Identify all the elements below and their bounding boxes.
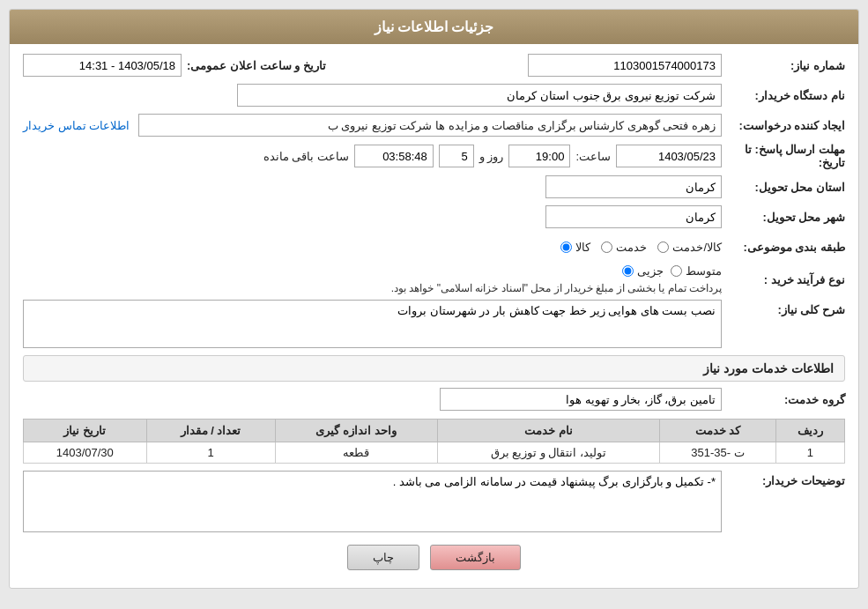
ijad-label: ایجاد کننده درخواست: bbox=[722, 119, 845, 132]
nooe-jozyi-label: جزیی bbox=[637, 264, 664, 278]
services-section-header: اطلاعات خدمات مورد نیاز bbox=[23, 355, 845, 382]
mohlat-roz-input[interactable] bbox=[439, 145, 474, 167]
ostan-tahvil-label: استان محل تحویل: bbox=[722, 181, 845, 194]
shahr-tahvil-input[interactable] bbox=[545, 205, 722, 228]
nooe-description: پرداخت تمام یا بخشی از مبلغ خریدار از مح… bbox=[391, 282, 722, 294]
nooe-motavasset-label: متوسط bbox=[686, 264, 722, 278]
services-table: ردیف کد خدمت نام خدمت واحد اندازه گیری ت… bbox=[23, 419, 845, 464]
col-radif: ردیف bbox=[775, 420, 844, 442]
page-header: جزئیات اطلاعات نیاز bbox=[10, 10, 858, 44]
group-khedmat-input[interactable] bbox=[440, 388, 722, 411]
col-kod: کد خدمت bbox=[660, 420, 776, 442]
nam-dastgah-input[interactable] bbox=[237, 84, 722, 107]
ijad-value: زهره فتحی گوهری کارشناس برگزاری مناقصات … bbox=[328, 119, 716, 132]
mohlat-date-input[interactable] bbox=[616, 145, 722, 167]
page-title: جزئیات اطلاعات نیاز bbox=[375, 19, 494, 34]
table-row: 1ت -35-351تولید، انتقال و توزیع برققطعه1… bbox=[24, 442, 845, 464]
mohlat-saat-label: ساعت: bbox=[575, 150, 611, 163]
mohlat-roz-label: روز و bbox=[479, 150, 504, 163]
tabaqe-khedmat-radio[interactable] bbox=[601, 241, 612, 253]
shomara-niaz-input[interactable] bbox=[528, 54, 722, 77]
tabaqe-kala-label: کالا bbox=[575, 241, 590, 254]
mohlat-baqi-input[interactable] bbox=[354, 145, 434, 167]
tabaqe-kala-khedmat-radio[interactable] bbox=[657, 241, 669, 253]
print-button[interactable]: چاپ bbox=[347, 545, 419, 570]
tarikh-label: تاریخ و ساعت اعلان عمومی: bbox=[187, 59, 326, 72]
tabaqe-khedmat-label: خدمت bbox=[616, 241, 647, 254]
mohlat-saat-input[interactable] bbox=[508, 145, 570, 167]
nooe-jozyi-radio[interactable] bbox=[622, 265, 634, 277]
col-nam: نام خدمت bbox=[437, 420, 659, 442]
ostan-tahvil-input[interactable] bbox=[545, 175, 722, 198]
shomara-niaz-label: شماره نیاز: bbox=[722, 59, 845, 72]
tabaqe-kala-radio[interactable] bbox=[560, 241, 572, 253]
tosihaat-label: توضیحات خریدار: bbox=[722, 471, 845, 487]
mohlat-baqi-label: ساعت باقی مانده bbox=[263, 150, 349, 163]
nam-dastgah-label: نام دستگاه خریدار: bbox=[722, 89, 845, 102]
col-tarikh: تاریخ نیاز bbox=[24, 420, 147, 442]
col-tedad: تعداد / مقدار bbox=[146, 420, 275, 442]
ettelaat-tamas-link[interactable]: اطلاعات تماس خریدار bbox=[23, 119, 130, 132]
sharh-label: شرح کلی نیاز: bbox=[722, 300, 845, 316]
back-button[interactable]: بازگشت bbox=[430, 545, 521, 570]
tabaqe-kala-khedmat-label: کالا/خدمت bbox=[672, 241, 722, 254]
group-khedmat-label: گروه خدمت: bbox=[722, 393, 845, 406]
tosihaat-textarea[interactable]: *- تکمیل و بارگزاری برگ پیشنهاد قیمت در … bbox=[23, 471, 722, 532]
tarikh-input[interactable] bbox=[23, 54, 182, 77]
col-vahed: واحد اندازه گیری bbox=[275, 420, 437, 442]
tabaqe-label: طبقه بندی موضوعی: bbox=[722, 241, 845, 254]
nooe-farayand-label: نوع فرآیند خرید : bbox=[722, 273, 845, 286]
nooe-motavasset-radio[interactable] bbox=[671, 265, 682, 277]
mohlat-label: مهلت ارسال پاسخ: تا تاریخ: bbox=[722, 143, 845, 169]
sharh-textarea[interactable]: نصب بست های هوایی زیر خط جهت کاهش بار در… bbox=[23, 300, 722, 348]
shahr-tahvil-label: شهر محل تحویل: bbox=[722, 211, 845, 224]
